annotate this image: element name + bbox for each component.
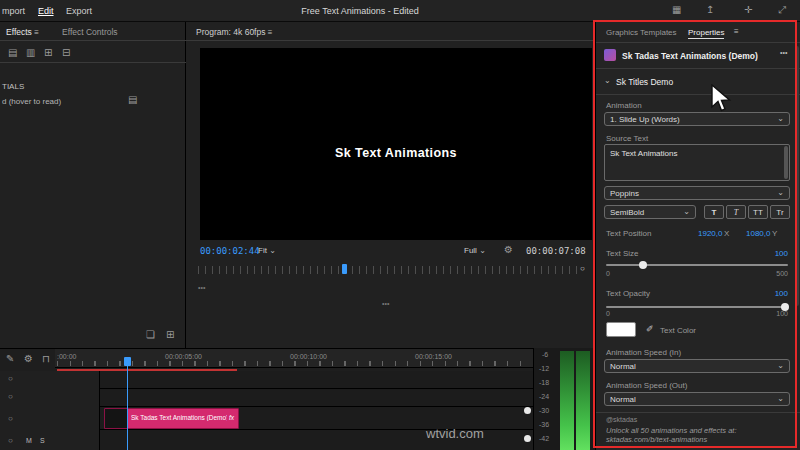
more-options-icon[interactable]: ••• [780,49,787,56]
text-size-slider[interactable] [606,264,788,266]
bin-icon-2[interactable]: ▥ [26,48,35,58]
text-size-slider-knob[interactable] [639,261,647,269]
chevron-down-icon: ⌄ [777,395,784,403]
program-mini-timeline[interactable] [198,266,582,274]
tab-effects[interactable]: Effects ≡ [6,27,39,37]
wrench-icon[interactable]: ⚙ [24,354,33,364]
position-y-value[interactable]: 1080,0 [746,229,770,238]
mouse-cursor [710,84,732,114]
meter-db-label: -30 [539,407,549,414]
new-item-icon[interactable]: ⊞ [166,330,174,340]
position-x-axis: X [724,229,729,238]
all-caps-button[interactable]: TT [748,205,768,219]
bin-icon-4[interactable]: ⊟ [62,48,70,58]
playback-quality-dropdown[interactable]: Full ⌄ [464,246,486,255]
tab-properties[interactable]: Properties [688,28,724,39]
audio-meter-bar-right [576,351,590,450]
collapse-chevron-icon[interactable]: ⌄ [604,77,611,85]
plus-icon[interactable]: ✛ [744,5,752,15]
video-track-3[interactable] [100,371,533,389]
section-title[interactable]: Sk Titles Demo [616,77,673,87]
mini-timeline-handle[interactable]: ○ [580,264,585,273]
text-opacity-max: 100 [756,310,788,317]
video-track-2[interactable] [100,389,533,407]
panel-scrollbar[interactable] [795,46,799,306]
program-panel: Program: 4k 60fps ≡ Sk Text Animations 0… [186,22,595,348]
animation-dropdown[interactable]: 1. Slide Up (Words) ⌄ [604,112,790,126]
track-toggle-icon[interactable]: ○ [8,415,13,423]
premiere-window: mport Edit Export Free Text Animations -… [0,0,800,450]
meter-db-label: -24 [539,393,549,400]
hamburger-icon: ≡ [268,28,273,37]
text-opacity-slider[interactable] [606,306,788,308]
scrollbar-handle[interactable] [524,407,531,414]
tab-effect-controls[interactable]: Effect Controls [62,27,118,37]
ruler-label: 00:00:15:00 [415,353,452,360]
meter-db-label: -42 [539,435,549,442]
program-timecode[interactable]: 00:00:02:44 [200,246,260,256]
tab-graphics-templates[interactable]: Graphics Templates [606,28,677,37]
timeline-clip[interactable]: Sk Tadas Text Animations (Demo) fx [104,408,239,429]
menu-export[interactable]: Export [66,6,92,16]
chevron-down-icon: ⌄ [777,189,784,197]
meter-db-label: -18 [539,379,549,386]
track-toggle-icon[interactable]: ○ [8,393,13,401]
quick-export-icon[interactable]: ↥ [706,5,714,15]
track-solo-button[interactable]: S [40,437,45,444]
snap-icon[interactable]: ⊓ [42,354,50,364]
fullscreen-icon[interactable]: ⤢ [778,5,786,15]
workspaces-icon[interactable]: ▦ [672,5,681,15]
menu-import[interactable]: mport [2,6,25,16]
bin-icon-1[interactable]: ▤ [8,48,17,58]
fit-dropdown[interactable]: Fit ⌄ [258,246,276,255]
author-handle: @sktadas [606,416,637,423]
source-text-area[interactable]: Sk Text Animations [604,144,790,181]
folder-icon[interactable]: ❏ [146,330,155,340]
text-opacity-min: 0 [606,310,610,317]
folder-label-essentials[interactable]: TIALS [2,82,24,91]
pen-icon[interactable]: ✎ [6,354,14,364]
bin-icon-3[interactable]: ⊞ [44,48,52,58]
anim-speed-out-label: Animation Speed (Out) [606,381,687,390]
text-opacity-label: Text Opacity [606,289,650,298]
textarea-scrollbar[interactable] [784,146,788,179]
program-video-canvas[interactable]: Sk Text Animations [200,48,592,240]
hamburger-icon[interactable]: ≡ [734,28,739,36]
faux-italic-button[interactable]: T [726,205,746,219]
program-playhead[interactable] [342,264,347,274]
text-color-swatch[interactable] [606,322,636,337]
faux-bold-button[interactable]: T [704,205,724,219]
font-family-dropdown[interactable]: Poppins ⌄ [604,186,790,200]
ruler-label: 00:00:10:00 [290,353,327,360]
meter-db-label: -6 [542,351,548,358]
text-size-value[interactable]: 100 [756,249,788,258]
wrench-icon[interactable]: ⚙ [504,245,513,255]
timeline-playhead-line[interactable] [127,357,128,450]
timeline-playhead-head[interactable] [124,357,131,366]
text-size-min: 0 [606,270,610,277]
source-text-value: Sk Text Animations [610,149,677,158]
track-mute-button[interactable]: M [26,437,32,444]
clip-label: Sk Tadas Text Animations (Demo) [131,414,227,421]
effects-panel: Effects ≡ Effect Controls ▤ ▥ ⊞ ⊟ TIALS … [0,22,186,348]
chevron-down-icon: ⌄ [777,362,784,370]
hamburger-icon: ≡ [34,28,39,37]
position-x-value[interactable]: 1920,0 [698,229,722,238]
eyedropper-icon[interactable]: ✐ [646,324,654,334]
anim-speed-out-dropdown[interactable]: Normal ⌄ [604,392,790,406]
menu-edit[interactable]: Edit [38,6,54,16]
font-weight-dropdown[interactable]: SemiBold ⌄ [604,205,696,219]
source-text-label: Source Text [606,134,648,143]
small-caps-button[interactable]: Tr [770,205,790,219]
ruler-label: 00:00:05:00 [165,353,202,360]
scrollbar-handle[interactable] [524,435,531,442]
text-opacity-value[interactable]: 100 [756,289,788,298]
text-size-max: 500 [756,270,788,277]
track-toggle-icon[interactable]: ○ [8,375,13,383]
tab-program[interactable]: Program: 4k 60fps ≡ [196,27,273,37]
track-toggle-icon[interactable]: ○ [8,437,13,445]
meter-db-label: -36 [539,421,549,428]
anim-speed-in-dropdown[interactable]: Normal ⌄ [604,359,790,373]
clip-fx-badge: fx [229,414,234,421]
preset-item-label[interactable]: d (hover to read) [2,97,61,106]
